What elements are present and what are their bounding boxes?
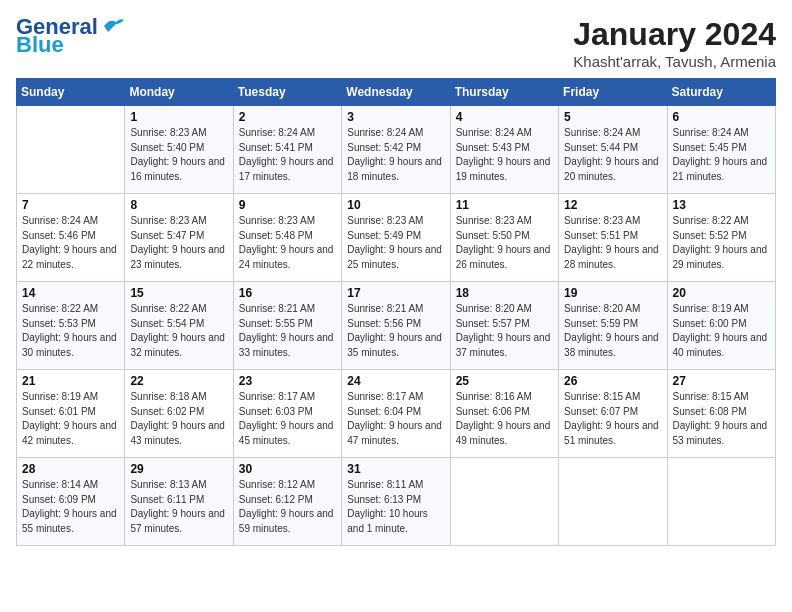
calendar-cell: 12Sunrise: 8:23 AM Sunset: 5:51 PM Dayli…: [559, 194, 667, 282]
day-info: Sunrise: 8:22 AM Sunset: 5:53 PM Dayligh…: [22, 302, 119, 360]
day-info: Sunrise: 8:23 AM Sunset: 5:49 PM Dayligh…: [347, 214, 444, 272]
day-info: Sunrise: 8:24 AM Sunset: 5:44 PM Dayligh…: [564, 126, 661, 184]
day-number: 2: [239, 110, 336, 124]
day-number: 29: [130, 462, 227, 476]
calendar-cell: 25Sunrise: 8:16 AM Sunset: 6:06 PM Dayli…: [450, 370, 558, 458]
calendar-cell: 6Sunrise: 8:24 AM Sunset: 5:45 PM Daylig…: [667, 106, 775, 194]
calendar-cell: 13Sunrise: 8:22 AM Sunset: 5:52 PM Dayli…: [667, 194, 775, 282]
calendar-week-4: 21Sunrise: 8:19 AM Sunset: 6:01 PM Dayli…: [17, 370, 776, 458]
day-info: Sunrise: 8:16 AM Sunset: 6:06 PM Dayligh…: [456, 390, 553, 448]
calendar-cell: 8Sunrise: 8:23 AM Sunset: 5:47 PM Daylig…: [125, 194, 233, 282]
logo-bird-icon: [102, 16, 124, 34]
day-number: 9: [239, 198, 336, 212]
calendar-cell: 24Sunrise: 8:17 AM Sunset: 6:04 PM Dayli…: [342, 370, 450, 458]
day-info: Sunrise: 8:18 AM Sunset: 6:02 PM Dayligh…: [130, 390, 227, 448]
calendar-cell: 19Sunrise: 8:20 AM Sunset: 5:59 PM Dayli…: [559, 282, 667, 370]
calendar-cell: 20Sunrise: 8:19 AM Sunset: 6:00 PM Dayli…: [667, 282, 775, 370]
day-info: Sunrise: 8:15 AM Sunset: 6:07 PM Dayligh…: [564, 390, 661, 448]
day-info: Sunrise: 8:24 AM Sunset: 5:42 PM Dayligh…: [347, 126, 444, 184]
day-number: 15: [130, 286, 227, 300]
calendar-cell: 7Sunrise: 8:24 AM Sunset: 5:46 PM Daylig…: [17, 194, 125, 282]
day-number: 20: [673, 286, 770, 300]
day-info: Sunrise: 8:13 AM Sunset: 6:11 PM Dayligh…: [130, 478, 227, 536]
day-info: Sunrise: 8:22 AM Sunset: 5:52 PM Dayligh…: [673, 214, 770, 272]
calendar-cell: 22Sunrise: 8:18 AM Sunset: 6:02 PM Dayli…: [125, 370, 233, 458]
day-number: 11: [456, 198, 553, 212]
calendar-cell: 23Sunrise: 8:17 AM Sunset: 6:03 PM Dayli…: [233, 370, 341, 458]
calendar-cell: 21Sunrise: 8:19 AM Sunset: 6:01 PM Dayli…: [17, 370, 125, 458]
day-info: Sunrise: 8:24 AM Sunset: 5:43 PM Dayligh…: [456, 126, 553, 184]
location-text: Khasht'arrak, Tavush, Armenia: [573, 53, 776, 70]
day-info: Sunrise: 8:24 AM Sunset: 5:46 PM Dayligh…: [22, 214, 119, 272]
day-info: Sunrise: 8:24 AM Sunset: 5:45 PM Dayligh…: [673, 126, 770, 184]
day-number: 5: [564, 110, 661, 124]
calendar-cell: 3Sunrise: 8:24 AM Sunset: 5:42 PM Daylig…: [342, 106, 450, 194]
weekday-header-wednesday: Wednesday: [342, 79, 450, 106]
calendar-cell: 9Sunrise: 8:23 AM Sunset: 5:48 PM Daylig…: [233, 194, 341, 282]
calendar-cell: 29Sunrise: 8:13 AM Sunset: 6:11 PM Dayli…: [125, 458, 233, 546]
weekday-header-tuesday: Tuesday: [233, 79, 341, 106]
calendar-cell: 1Sunrise: 8:23 AM Sunset: 5:40 PM Daylig…: [125, 106, 233, 194]
weekday-header-thursday: Thursday: [450, 79, 558, 106]
day-info: Sunrise: 8:11 AM Sunset: 6:13 PM Dayligh…: [347, 478, 444, 536]
day-number: 1: [130, 110, 227, 124]
title-section: January 2024 Khasht'arrak, Tavush, Armen…: [573, 16, 776, 70]
day-info: Sunrise: 8:14 AM Sunset: 6:09 PM Dayligh…: [22, 478, 119, 536]
month-title: January 2024: [573, 16, 776, 53]
calendar-cell: 11Sunrise: 8:23 AM Sunset: 5:50 PM Dayli…: [450, 194, 558, 282]
day-info: Sunrise: 8:15 AM Sunset: 6:08 PM Dayligh…: [673, 390, 770, 448]
day-number: 6: [673, 110, 770, 124]
calendar-week-1: 1Sunrise: 8:23 AM Sunset: 5:40 PM Daylig…: [17, 106, 776, 194]
day-info: Sunrise: 8:20 AM Sunset: 5:57 PM Dayligh…: [456, 302, 553, 360]
day-info: Sunrise: 8:17 AM Sunset: 6:04 PM Dayligh…: [347, 390, 444, 448]
day-number: 13: [673, 198, 770, 212]
calendar-cell: 2Sunrise: 8:24 AM Sunset: 5:41 PM Daylig…: [233, 106, 341, 194]
day-info: Sunrise: 8:22 AM Sunset: 5:54 PM Dayligh…: [130, 302, 227, 360]
day-number: 24: [347, 374, 444, 388]
day-info: Sunrise: 8:17 AM Sunset: 6:03 PM Dayligh…: [239, 390, 336, 448]
day-info: Sunrise: 8:19 AM Sunset: 6:00 PM Dayligh…: [673, 302, 770, 360]
day-number: 30: [239, 462, 336, 476]
day-info: Sunrise: 8:23 AM Sunset: 5:48 PM Dayligh…: [239, 214, 336, 272]
weekday-header-sunday: Sunday: [17, 79, 125, 106]
day-info: Sunrise: 8:21 AM Sunset: 5:56 PM Dayligh…: [347, 302, 444, 360]
day-number: 17: [347, 286, 444, 300]
day-info: Sunrise: 8:24 AM Sunset: 5:41 PM Dayligh…: [239, 126, 336, 184]
calendar-cell: 26Sunrise: 8:15 AM Sunset: 6:07 PM Dayli…: [559, 370, 667, 458]
day-number: 28: [22, 462, 119, 476]
calendar-cell: 18Sunrise: 8:20 AM Sunset: 5:57 PM Dayli…: [450, 282, 558, 370]
day-info: Sunrise: 8:12 AM Sunset: 6:12 PM Dayligh…: [239, 478, 336, 536]
day-info: Sunrise: 8:19 AM Sunset: 6:01 PM Dayligh…: [22, 390, 119, 448]
calendar-cell: [559, 458, 667, 546]
calendar-week-2: 7Sunrise: 8:24 AM Sunset: 5:46 PM Daylig…: [17, 194, 776, 282]
calendar-cell: [450, 458, 558, 546]
weekday-header-row: SundayMondayTuesdayWednesdayThursdayFrid…: [17, 79, 776, 106]
day-info: Sunrise: 8:21 AM Sunset: 5:55 PM Dayligh…: [239, 302, 336, 360]
logo-blue-text: Blue: [16, 34, 64, 56]
day-number: 16: [239, 286, 336, 300]
logo: General Blue: [16, 16, 124, 56]
day-number: 7: [22, 198, 119, 212]
calendar-cell: 15Sunrise: 8:22 AM Sunset: 5:54 PM Dayli…: [125, 282, 233, 370]
calendar-cell: [667, 458, 775, 546]
calendar-cell: 28Sunrise: 8:14 AM Sunset: 6:09 PM Dayli…: [17, 458, 125, 546]
day-number: 18: [456, 286, 553, 300]
day-info: Sunrise: 8:23 AM Sunset: 5:50 PM Dayligh…: [456, 214, 553, 272]
day-info: Sunrise: 8:20 AM Sunset: 5:59 PM Dayligh…: [564, 302, 661, 360]
calendar-cell: 5Sunrise: 8:24 AM Sunset: 5:44 PM Daylig…: [559, 106, 667, 194]
day-number: 3: [347, 110, 444, 124]
day-number: 27: [673, 374, 770, 388]
page-header: General Blue January 2024 Khasht'arrak, …: [16, 16, 776, 70]
day-number: 12: [564, 198, 661, 212]
calendar-cell: 30Sunrise: 8:12 AM Sunset: 6:12 PM Dayli…: [233, 458, 341, 546]
calendar-table: SundayMondayTuesdayWednesdayThursdayFrid…: [16, 78, 776, 546]
calendar-cell: 10Sunrise: 8:23 AM Sunset: 5:49 PM Dayli…: [342, 194, 450, 282]
day-number: 19: [564, 286, 661, 300]
calendar-cell: 17Sunrise: 8:21 AM Sunset: 5:56 PM Dayli…: [342, 282, 450, 370]
calendar-cell: 31Sunrise: 8:11 AM Sunset: 6:13 PM Dayli…: [342, 458, 450, 546]
calendar-cell: 27Sunrise: 8:15 AM Sunset: 6:08 PM Dayli…: [667, 370, 775, 458]
day-number: 22: [130, 374, 227, 388]
calendar-cell: 14Sunrise: 8:22 AM Sunset: 5:53 PM Dayli…: [17, 282, 125, 370]
day-number: 21: [22, 374, 119, 388]
calendar-cell: 16Sunrise: 8:21 AM Sunset: 5:55 PM Dayli…: [233, 282, 341, 370]
